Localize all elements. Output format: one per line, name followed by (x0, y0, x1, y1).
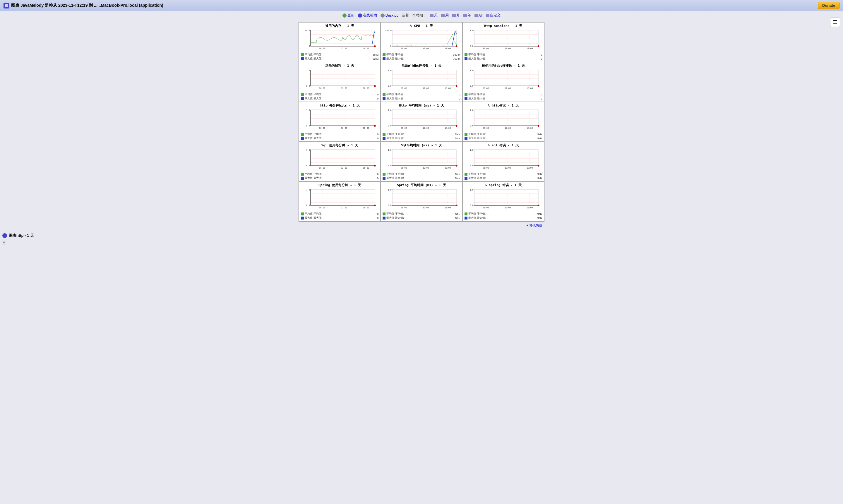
svg-text:12:00: 12:00 (505, 87, 511, 90)
chart-area-used_jdbc: 1.00.006:0012:0018:00 (464, 69, 543, 92)
svg-text:06:00: 06:00 (401, 127, 407, 129)
svg-point-254 (537, 204, 539, 206)
chart-title-http_sessions: Http sessions - 1 天 (464, 24, 543, 28)
legend-max-label: 最大值 (387, 57, 394, 60)
svg-text:06:00: 06:00 (319, 167, 325, 169)
chart-cell-spring_hits[interactable]: Spring 使用每分钟 - 1 天1.00.006:0012:0018:00 … (299, 181, 380, 221)
legend-max-label: 最大值 (305, 96, 312, 101)
chart-cell-http_avg_time[interactable]: Http 平均时间 (ms) - 1 天1.00.006:0012:0018:0… (380, 102, 462, 142)
chart-area-http_avg_time: 1.00.006:0012:0018:00 (382, 108, 461, 132)
svg-text:12:00: 12:00 (341, 167, 347, 169)
chart-cell-sql_avg_time[interactable]: Sql平均时间 (ms) - 1 天1.00.006:0012:0018:00 … (380, 142, 462, 181)
legend-max-label2: 最大值: (477, 137, 536, 140)
desktop-label: Desktop (385, 14, 398, 18)
svg-text:06:00: 06:00 (483, 206, 489, 209)
chart-cell-http_sessions[interactable]: Http sessions - 1 天1.00.006:0012:0018:00… (463, 22, 544, 62)
period-month-button[interactable]: 月 (452, 13, 460, 18)
legend-max-label2: 最大值: (395, 216, 454, 220)
period-week-button[interactable]: 周 (441, 13, 449, 18)
svg-rect-136 (474, 110, 538, 126)
legend-max-color (465, 97, 467, 100)
svg-rect-221 (392, 190, 456, 205)
chart-area-http_hits: 1.00.006:0012:0018:00 (300, 108, 379, 132)
legend-avg-label: 平均值 (468, 132, 476, 136)
menu-icon[interactable]: ☰ (830, 18, 840, 27)
svg-text:06:00: 06:00 (319, 127, 325, 129)
legend-avg-value: 0 (377, 93, 378, 96)
period-all-button[interactable]: All (474, 14, 482, 18)
chart-cell-http_hits[interactable]: http 每分钟hits - 1 天1.00.006:0012:0018:00 … (299, 102, 380, 142)
svg-rect-0 (310, 30, 375, 46)
legend-avg-value: 0 (459, 93, 461, 96)
legend-avg-color (382, 133, 385, 136)
svg-text:12:00: 12:00 (423, 167, 429, 169)
legend-avg-label: 平均值 (468, 212, 476, 216)
chart-title-sql_avg_time: Sql平均时间 (ms) - 1 天 (382, 143, 461, 147)
svg-rect-85 (474, 70, 538, 86)
svg-text:18:00: 18:00 (445, 167, 451, 169)
svg-text:0: 0 (391, 45, 392, 48)
other-charts-link[interactable]: + 其他的图 (526, 223, 542, 227)
chart-cell-active_jdbc[interactable]: 活跃的jdbc连接数 - 1 天1.00.006:0012:0018:00 平均… (380, 62, 462, 102)
svg-point-152 (537, 125, 539, 127)
toolbar: 更新 在线帮助 Desktop 选着一个时期： 天 周 月 年 All 自定义 (0, 11, 843, 20)
legend-max-label2: 最大值: (313, 216, 376, 220)
period-custom-button[interactable]: 自定义 (486, 13, 501, 18)
chart-cell-sql_hits[interactable]: Sql 使用每分钟 - 1 天1.00.006:0012:0018:00 平均值… (299, 142, 380, 181)
chart-legend-spring_errors: 平均值 平均值: NaN 最大值 最大值: NaN (464, 212, 543, 220)
chart-area-spring_hits: 1.00.006:0012:0018:00 (300, 188, 379, 211)
svg-rect-204 (310, 190, 375, 205)
period-year-button[interactable]: 年 (463, 13, 471, 18)
chart-svg-http_sessions: 1.00.006:0012:0018:00 (464, 29, 543, 51)
chart-cell-memory[interactable]: 被用的内存 - 1 天50 M006:0012:0018:00 平均值 平均值:… (299, 22, 380, 62)
chart-cell-spring_errors[interactable]: % spring 错误 - 1 天1.00.006:0012:0018:00 平… (463, 181, 544, 221)
chart-legend-spring_avg_time: 平均值 平均值: NaN 最大值 最大值: NaN (382, 212, 461, 220)
legend-max-value: NaN (537, 217, 542, 219)
chart-svg-memory: 50 M006:0012:0018:00 (300, 29, 379, 51)
svg-rect-119 (392, 110, 456, 126)
chart-svg-active_jdbc: 1.00.006:0012:0018:00 (382, 69, 461, 90)
help-button[interactable]: 在线帮助 (358, 13, 377, 18)
legend-avg-label: 平均值 (468, 53, 476, 56)
help-icon (358, 14, 362, 18)
svg-text:18:00: 18:00 (445, 206, 451, 209)
chart-legend-http_errors: 平均值 平均值: NaN 最大值 最大值: NaN (464, 132, 543, 140)
svg-text:0.0: 0.0 (470, 125, 473, 127)
period-day-button[interactable]: 天 (430, 13, 437, 18)
svg-text:18:00: 18:00 (445, 87, 451, 90)
legend-max-color (382, 97, 385, 100)
chart-cell-sql_errors[interactable]: % sql 错误 - 1 天1.00.006:0012:0018:00 平均值 … (463, 142, 544, 181)
legend-max-label2: 最大值: (395, 137, 454, 140)
svg-text:1.0: 1.0 (306, 189, 310, 191)
desktop-button[interactable]: Desktop (380, 14, 398, 18)
chart-cell-spring_avg_time[interactable]: Spring 平均时间 (ms) - 1 天1.00.006:0012:0018… (380, 181, 462, 221)
chart-cell-http_errors[interactable]: % http错误 - 1 天1.00.006:0012:0018:00 平均值 … (463, 102, 544, 142)
legend-max-label2: 最大值: (313, 137, 376, 140)
legend-max-value: 0 (377, 97, 378, 100)
legend-avg-value: 0 (541, 93, 542, 96)
svg-text:0.0: 0.0 (388, 164, 392, 167)
legend-avg-label: 平均值 (305, 212, 312, 216)
chart-cell-active_threads[interactable]: 活动的线程 - 1 天1.00.006:0012:0018:00 平均值 平均值… (299, 62, 380, 102)
legend-max-label2: 最大值: (477, 96, 540, 101)
svg-point-220 (374, 204, 376, 206)
chart-cell-used_jdbc[interactable]: 被使用的jdbc连接数 - 1 天1.00.006:0012:0018:00 平… (463, 62, 544, 102)
chart-legend-spring_hits: 平均值 平均值: 0 最大值 最大值: 0 (300, 212, 379, 220)
legend-max-label: 最大值 (387, 96, 394, 101)
chart-legend-sql_avg_time: 平均值 平均值: NaN 最大值 最大值: NaN (382, 172, 461, 180)
svg-text:0.0: 0.0 (306, 85, 310, 87)
legend-avg-value: NaN (537, 213, 542, 215)
legend-avg-label: 平均值 (387, 172, 394, 176)
legend-avg-label2: 平均值: (313, 212, 376, 216)
legend-max-color (382, 137, 385, 140)
chart-cell-cpu[interactable]: % CPU - 1 天500 m006:0012:0018:00 平均值 平均值… (380, 22, 462, 62)
chart-area-spring_errors: 1.00.006:0012:0018:00 (464, 188, 543, 211)
donate-button[interactable]: Donate (818, 2, 840, 9)
header-title: 图 图表 JavaMelody 监控从 2023-11-T12:19 到 ...… (3, 3, 163, 8)
svg-text:0.0: 0.0 (470, 164, 473, 167)
svg-text:12:00: 12:00 (505, 167, 511, 169)
refresh-button[interactable]: 更新 (342, 13, 355, 18)
legend-max-label: 最大值 (387, 176, 394, 180)
svg-text:06:00: 06:00 (319, 48, 325, 50)
svg-rect-238 (474, 190, 538, 205)
